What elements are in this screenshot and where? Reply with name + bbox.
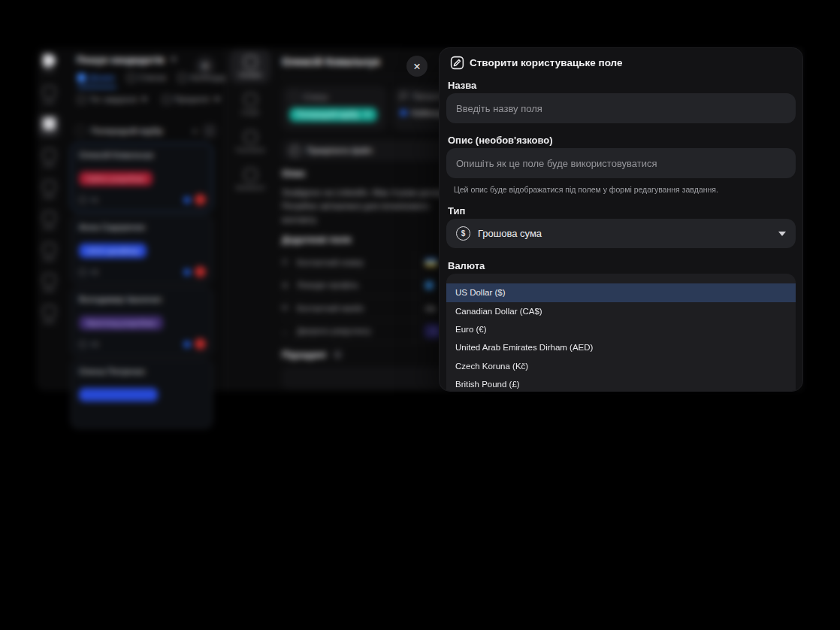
card-number: #2 [91,268,180,276]
paperclip-icon [289,145,301,156]
currency-option-eur[interactable]: Euro (€) [446,320,796,339]
chevron-down-icon[interactable] [171,58,177,62]
tab-board-label: Дошка [89,73,115,82]
board-tab-icon [77,74,86,82]
filter-priority[interactable]: Пріоритет [162,95,220,104]
sidebar-item-8-icon[interactable] [41,305,57,323]
tab-calendar[interactable]: Календар [178,73,228,82]
attach-file-button[interactable]: Прикріпити файл [282,140,462,161]
board-filters: Тег завдання Пріоритет [77,95,220,104]
detail-title: Олексій Ковальчук [282,56,380,68]
linkedin-icon: ⊕ [282,281,291,289]
chevron-down-icon [141,98,147,101]
column-menu-button[interactable]: ⋮ [203,124,216,138]
status-circle-icon [75,126,86,136]
detail-tab-history-label: Історія [230,109,270,116]
sidebar-item-4-icon[interactable] [41,180,57,198]
filter-priority-label: Пріоритет [174,95,210,104]
currency-option-usd[interactable]: US Dollar ($) [446,283,796,302]
avatar [195,266,206,277]
candidate-card[interactable]: Володимир Іваненко Фронтенд розробник #3 [71,287,213,356]
candidate-name: Володимир Іваненко [79,295,204,304]
column-header: Попередній відбір + ⋮ [75,124,216,138]
currency-option-aed[interactable]: United Arab Emirates Dirham (AED) [446,338,796,357]
list-tab-icon [127,74,135,82]
calendar-tab-icon [178,74,186,82]
main-tab-icon [244,56,257,68]
modal-title: Створити користувацьке поле [470,57,622,68]
priority-color-icon [400,110,406,116]
field-label: Контактний номер [297,258,415,267]
candidate-card[interactable]: Олена Петренко [71,359,213,429]
currency-option-czk[interactable]: Czech Koruna (Kč) [446,357,796,376]
description-placeholder: Опишіть як це поле буде використовуватис… [456,158,657,169]
detail-tab-history[interactable]: Історія [230,93,270,116]
attach-file-label: Прикріпити файл [307,146,373,155]
history-tab-icon [244,93,257,106]
type-value: Грошова сума [478,228,771,239]
column-add-button[interactable]: + [192,126,198,137]
dependencies-tab-icon [244,168,257,181]
links-tab-icon [244,131,257,144]
field-label: Лінкедін профіль [297,280,415,289]
tab-lists[interactable]: Списки [127,73,167,82]
card-number: #3 [91,341,180,348]
assignee-icon [79,196,86,204]
detail-tab-dependencies-label: Залежності [230,184,270,191]
linkedin-badge-icon [425,281,434,289]
active-tab-underline [77,86,116,88]
currency-option-cad[interactable]: Canadian Dollar (CA$) [446,301,796,320]
priority-flag-icon [184,269,190,275]
status-value-pill[interactable]: Попередній відбір [289,108,377,122]
description-label: Опис (необов'язково) [448,135,553,146]
role-badge: Фронтенд розробник [79,316,163,330]
description-input[interactable]: Опишіть як це поле буде використовуватис… [446,148,796,178]
candidate-name: Олексій Ковальчук [79,150,204,159]
detail-tab-dependencies[interactable]: Залежності [230,168,270,191]
status-circle-icon [289,92,299,101]
name-placeholder: Введіть назву поля [456,103,542,114]
avatar [195,194,206,205]
type-label: Тип [448,205,465,217]
subtasks-heading: Підзадачі [282,350,326,360]
ukraine-flag-icon [425,259,437,266]
edit-field-icon [449,55,465,71]
sidebar-item-6-icon[interactable] [41,243,57,261]
priority-flag-icon [162,95,171,104]
role-badge: UI/UX дизайнер [79,244,147,258]
avatar [195,338,206,350]
candidate-card[interactable]: Олексій Ковальчук Python розробник #1 [71,143,213,212]
detail-tab-main[interactable]: Основне [230,50,270,83]
chevron-down-icon: ⌄ [282,327,291,335]
extra-fields-heading: Додаткові поля [282,235,351,245]
tag-icon [77,95,86,104]
status-value: Попередній відбір [296,111,358,119]
sidebar-item-5-icon[interactable] [41,211,57,229]
card-number: #1 [91,196,180,204]
sidebar-item-7-icon[interactable] [41,274,57,292]
field-value: ola [425,304,436,313]
name-input[interactable]: Введіть назву поля [446,93,796,123]
currency-option-gbp[interactable]: British Pound (£) [446,375,796,391]
tab-board[interactable]: Дошка [77,73,115,82]
chevron-down-icon [778,232,786,236]
description-helper-text: Цей опис буде відображатися під полем у … [454,185,718,194]
currency-label: Валюта [448,260,485,271]
modal-close-button[interactable]: ✕ [406,56,428,77]
candidate-card[interactable]: Анна Сидоренко UI/UX дизайнер #2 [71,215,213,284]
filter-task-tag[interactable]: Тег завдання [77,95,147,104]
priority-flag-icon [184,197,190,203]
sidebar-item-3-icon[interactable] [41,149,57,167]
detail-tab-links-label: Посилання [230,147,270,153]
sidebar-item-2-icon[interactable] [41,117,57,135]
detail-tab-main-label: Основне [230,71,270,78]
detail-tab-links[interactable]: Посилання [230,131,270,153]
tab-lists-label: Списки [139,73,167,82]
chevron-down-icon [214,98,220,101]
sidebar-item-1-icon[interactable] [41,86,57,104]
assignee-icon [79,268,86,276]
candidate-name: Олена Петренко [79,367,204,376]
role-badge [79,388,158,401]
type-select[interactable]: $ Грошова сума [446,219,796,248]
field-label: Джерело рекрутингу [297,326,415,335]
